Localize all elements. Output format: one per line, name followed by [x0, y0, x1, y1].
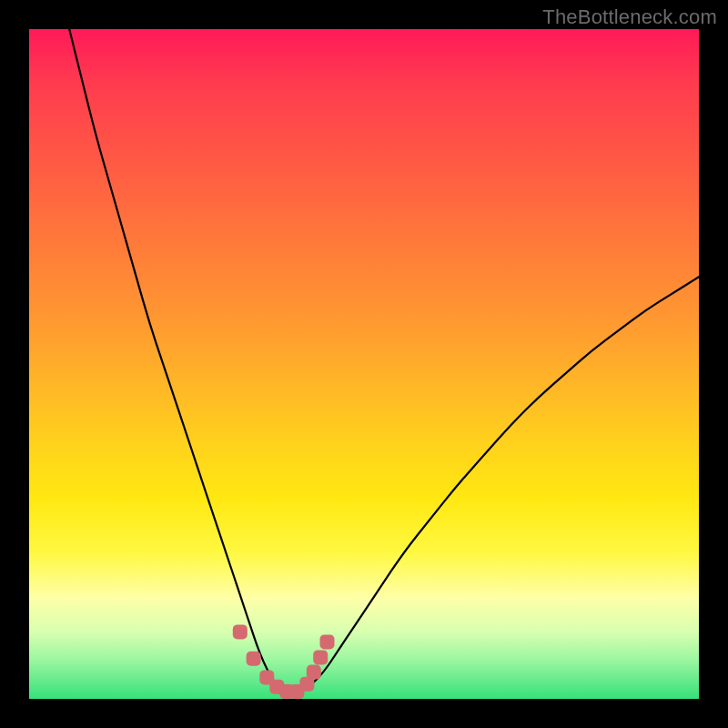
chart-frame: TheBottleneck.com: [0, 0, 728, 728]
marker-dot: [320, 634, 335, 649]
curve-layer: [29, 29, 699, 699]
marker-dot: [233, 624, 248, 639]
marker-dot: [313, 650, 328, 664]
near-minimum-markers: [233, 624, 335, 699]
marker-dot: [247, 652, 261, 666]
bottleneck-curve: [69, 29, 699, 693]
plot-area: [29, 29, 699, 699]
watermark-text: TheBottleneck.com: [542, 5, 717, 29]
marker-dot: [307, 665, 321, 680]
